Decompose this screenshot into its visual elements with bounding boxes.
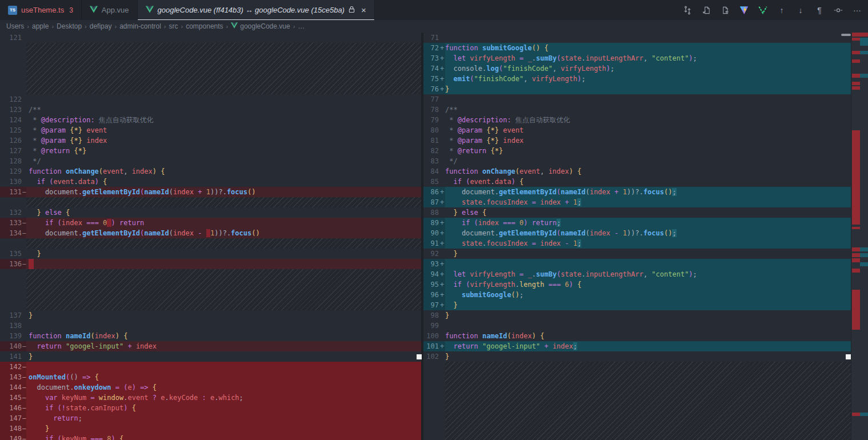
open-file-icon[interactable] — [701, 5, 711, 15]
code-line[interactable] — [445, 321, 851, 331]
code-line[interactable]: } else { — [26, 207, 421, 218]
previous-change-icon[interactable]: ↑ — [777, 5, 787, 15]
line-number[interactable]: 78 — [423, 105, 439, 115]
code-line[interactable]: if (!state.canInput) { — [26, 403, 421, 413]
code-line[interactable]: } — [445, 351, 851, 362]
code-line[interactable]: * @return {*} — [26, 146, 421, 156]
code-line[interactable]: return "googel-input" + index — [26, 341, 421, 351]
line-number[interactable]: 97 — [423, 300, 439, 310]
line-number[interactable]: 75 — [423, 74, 439, 84]
line-number[interactable]: 77 — [423, 94, 439, 105]
line-number[interactable]: 145 — [0, 393, 22, 403]
code-line[interactable] — [26, 33, 421, 43]
swap-sides-icon[interactable] — [682, 5, 693, 15]
breadcrumb-item[interactable]: googleCode.vue — [231, 22, 290, 30]
line-number[interactable]: 83 — [423, 156, 439, 166]
line-number[interactable]: 142 — [0, 362, 22, 372]
code-line[interactable]: } — [26, 351, 421, 362]
code-line[interactable] — [26, 94, 421, 105]
code-line[interactable]: if (event.data) { — [445, 177, 851, 187]
tab-appvue[interactable]: App.vue — [82, 0, 138, 20]
line-number[interactable]: 73 — [423, 53, 439, 63]
line-number[interactable]: 139 — [0, 331, 22, 341]
code-line[interactable]: function nameId(index) { — [445, 331, 851, 341]
whitespace-icon[interactable]: ¶ — [814, 5, 825, 15]
line-number[interactable]: 101 — [423, 341, 439, 351]
breadcrumb-item[interactable]: src — [169, 22, 178, 30]
line-number[interactable]: 84 — [423, 166, 439, 177]
code-line[interactable]: return "googel-input" + index; — [445, 341, 851, 351]
line-number[interactable]: 93 — [423, 259, 439, 269]
code-line[interactable] — [445, 33, 851, 43]
revert-file-icon[interactable] — [720, 5, 730, 15]
code-line[interactable]: if (keyNum === 8) { — [26, 434, 421, 440]
line-number[interactable]: 95 — [423, 279, 439, 290]
breadcrumb-item[interactable]: defipay — [90, 22, 112, 30]
line-number[interactable]: 136 — [0, 259, 22, 269]
breadcrumb-item[interactable]: apple — [32, 22, 49, 30]
code-line[interactable]: } — [445, 84, 851, 94]
line-number[interactable]: 74 — [423, 63, 439, 74]
code-line[interactable]: function onChange(event, index) { — [26, 166, 421, 177]
line-number[interactable]: 99 — [423, 321, 439, 331]
line-number[interactable]: 147 — [0, 413, 22, 423]
breadcrumb-item[interactable]: components — [186, 22, 223, 30]
line-number[interactable]: 141 — [0, 351, 22, 362]
code-line[interactable]: console.log("finishCode", virfyLength); — [445, 63, 851, 74]
line-number[interactable]: 148 — [0, 423, 22, 434]
line-number[interactable]: 130 — [0, 177, 22, 187]
scrollbar-thumb[interactable] — [841, 34, 851, 36]
code-line[interactable]: * @param {*} index — [26, 135, 421, 146]
line-number[interactable]: 90 — [423, 228, 439, 238]
line-number[interactable]: 137 — [0, 310, 22, 321]
line-number[interactable]: 123 — [0, 105, 22, 115]
vite-icon[interactable] — [739, 5, 749, 15]
line-number[interactable]: 94 — [423, 269, 439, 279]
line-number[interactable]: 92 — [423, 249, 439, 259]
code-line[interactable]: emit("finishCode", virfyLength); — [445, 74, 851, 84]
code-line[interactable] — [445, 259, 851, 269]
code-line[interactable]: * @param {*} event — [445, 125, 851, 135]
line-number[interactable]: 126 — [0, 135, 22, 146]
toggle-inline-view-icon[interactable] — [833, 5, 843, 15]
code-line[interactable]: let virfyLength = _.sumBy(state.inputLen… — [445, 53, 851, 63]
line-number[interactable]: 127 — [0, 146, 22, 156]
line-number[interactable]: 149 — [0, 434, 22, 440]
vue-devtools-icon[interactable] — [758, 5, 768, 15]
line-number[interactable]: 91 — [423, 238, 439, 249]
line-number[interactable]: 129 — [0, 166, 22, 177]
line-number[interactable]: 86 — [423, 187, 439, 197]
overview-ruler[interactable] — [851, 33, 868, 440]
line-number[interactable]: 144 — [0, 382, 22, 393]
line-number[interactable]: 102 — [423, 351, 439, 362]
code-line[interactable]: /** — [445, 105, 851, 115]
line-number[interactable]: 98 — [423, 310, 439, 321]
code-line[interactable]: */ — [445, 156, 851, 166]
code-line[interactable]: } — [445, 249, 851, 259]
code-line[interactable]: let virfyLength = _.sumBy(state.inputLen… — [445, 269, 851, 279]
code-line[interactable]: * @param {*} index — [445, 135, 851, 146]
code-line[interactable]: if (index === 0 ) return — [26, 218, 421, 228]
line-number[interactable]: 79 — [423, 115, 439, 125]
code-line[interactable]: * @param {*} event — [26, 125, 421, 135]
code-line[interactable]: } — [26, 249, 421, 259]
diff-region-handle-right[interactable] — [846, 354, 851, 359]
code-line[interactable]: function nameId(index) { — [26, 331, 421, 341]
line-number[interactable]: 125 — [0, 125, 22, 135]
tab-usetheme[interactable]: TS useTheme.ts 3 — [0, 0, 82, 20]
code-line[interactable]: return; — [26, 413, 421, 423]
code-line[interactable]: document.getElementById(nameId(index + 1… — [445, 187, 851, 197]
code-line[interactable]: document.getElementById(nameId(index - 1… — [26, 228, 421, 238]
line-number[interactable]: 131 — [0, 187, 22, 197]
line-number[interactable]: 146 — [0, 403, 22, 413]
code-line[interactable] — [26, 321, 421, 331]
line-number[interactable]: 135 — [0, 249, 22, 259]
code-line[interactable]: } — [445, 300, 851, 310]
code-line[interactable]: state.focusIndex = index - 1; — [445, 238, 851, 249]
code-line[interactable]: submitGoogle(); — [445, 290, 851, 300]
diff-region-handle-left[interactable] — [417, 354, 422, 359]
line-number[interactable]: 124 — [0, 115, 22, 125]
code-line[interactable]: if (index === 0) return; — [445, 218, 851, 228]
line-number[interactable]: 85 — [423, 177, 439, 187]
breadcrumb-item[interactable]: admin-control — [119, 22, 161, 30]
